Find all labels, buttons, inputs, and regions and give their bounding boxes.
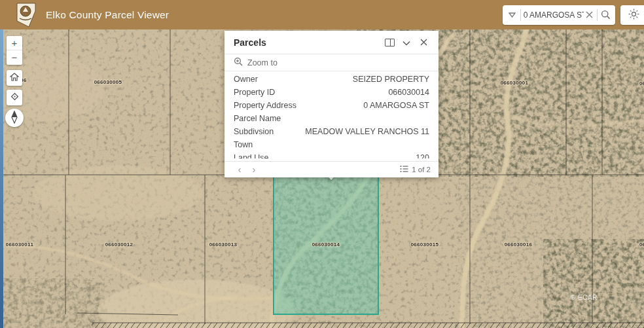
field-value: 0 AMARGOSA ST — [296, 101, 429, 110]
close-icon — [420, 37, 427, 48]
parcel-viewer-app: 066030005 066030001 066 06 066030011 066… — [0, 0, 644, 328]
elko-county-logo — [16, 3, 37, 27]
field-value: MEADOW VALLEY RANCHOS 11 — [274, 127, 429, 136]
field-value: 066030014 — [275, 88, 429, 97]
parcel-label: 066030012 — [105, 242, 134, 247]
close-button[interactable] — [415, 35, 432, 50]
field-label: Owner — [234, 75, 258, 84]
parcel-label-selected: 066030014 — [312, 242, 340, 247]
divider — [520, 9, 521, 21]
collapse-button[interactable] — [398, 35, 415, 50]
boundary-hatch — [92, 323, 644, 328]
field-value: SEIZED PROPERTY — [258, 75, 429, 84]
parcel-label: 066030005 — [94, 79, 122, 85]
sun-icon — [628, 9, 639, 22]
home-button[interactable] — [7, 70, 22, 86]
feature-list-icon[interactable] — [400, 164, 408, 175]
app-title: Elko County Parcel Viewer — [46, 9, 169, 21]
feature-pagination: 1 of 2 — [412, 166, 431, 173]
zoom-widget: + − — [7, 36, 22, 65]
previous-feature-button[interactable]: ‹ — [232, 162, 247, 177]
locate-icon — [10, 92, 20, 103]
parcel-label: 066030016 — [505, 242, 533, 247]
attribute-row: Property ID 066030014 — [224, 86, 438, 99]
compass-button[interactable] — [5, 109, 24, 127]
search-source-dropdown[interactable] — [507, 9, 518, 22]
field-label: Parcel Name — [234, 114, 281, 123]
feature-popup: Parcels Zoom — [224, 31, 438, 177]
popup-title: Parcels — [234, 37, 381, 48]
field-label: Town — [234, 140, 253, 149]
search-input[interactable] — [524, 10, 584, 20]
app-header: Elko County Parcel Viewer — [0, 0, 644, 29]
attribute-row: Subdivsion MEADOW VALLEY RANCHOS 11 — [224, 125, 438, 138]
zoom-to-icon — [234, 57, 243, 68]
parcel-label: 066030001 — [501, 80, 529, 86]
attribute-row: Town — [224, 138, 438, 151]
field-label: Land Use — [234, 153, 269, 158]
attribute-table: Owner SEIZED PROPERTY Property ID 066030… — [224, 71, 438, 158]
parcel-label: 066 — [639, 242, 644, 247]
field-label: Subdivsion — [234, 127, 274, 136]
attribute-row: Property Address 0 AMARGOSA ST — [224, 99, 438, 112]
dock-icon — [385, 39, 395, 46]
zoom-in-button[interactable]: + — [7, 36, 22, 50]
parcel-label: 066030015 — [411, 242, 439, 247]
imagery-attribution: © ECAR — [571, 294, 598, 301]
zoom-to-label: Zoom to — [247, 58, 277, 67]
locate-button[interactable] — [7, 90, 22, 105]
next-feature-button[interactable]: › — [247, 162, 261, 177]
attribute-row: Owner SEIZED PROPERTY — [224, 73, 438, 86]
divider — [597, 9, 598, 21]
field-value: 120 — [269, 153, 429, 158]
popup-header: Parcels — [224, 31, 438, 54]
zoom-out-button[interactable]: − — [7, 50, 22, 65]
attribute-row: Parcel Name — [224, 112, 438, 125]
parcel-label: 066 — [639, 81, 644, 86]
search-box — [503, 5, 615, 25]
home-icon — [10, 73, 19, 83]
dock-button[interactable] — [381, 35, 398, 50]
chevron-down-icon — [402, 37, 410, 48]
clipped-row: Land Use 120 — [224, 151, 438, 158]
field-label: Property ID — [234, 88, 275, 97]
imagery-edge-strip — [0, 29, 3, 328]
compass-needle-icon — [9, 111, 20, 126]
search-submit-button[interactable] — [600, 9, 611, 22]
parcel-label: 066030013 — [209, 242, 238, 247]
parcel-label: 066030011 — [6, 242, 33, 247]
clear-search-button[interactable] — [584, 9, 595, 22]
zoom-to-action[interactable]: Zoom to — [224, 54, 438, 71]
popup-footer: ‹ › 1 of 2 — [224, 161, 438, 177]
basemap-brightness-button[interactable] — [620, 5, 644, 25]
field-label: Property Address — [234, 101, 296, 110]
map-canvas[interactable]: 066030005 066030001 066 06 066030011 066… — [0, 29, 644, 328]
